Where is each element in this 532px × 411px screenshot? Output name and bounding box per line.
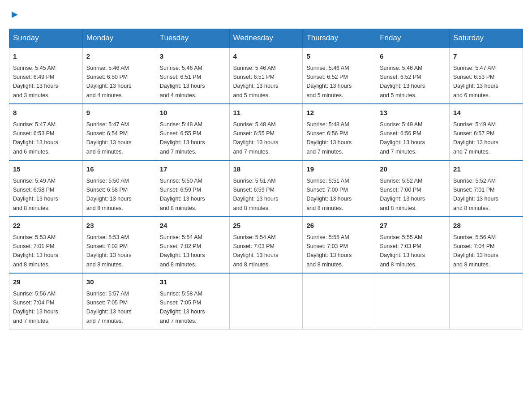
day-info: Sunrise: 5:50 AMSunset: 6:59 PMDaylight:… bbox=[160, 178, 205, 211]
calendar-cell: 27 Sunrise: 5:55 AMSunset: 7:03 PMDaylig… bbox=[376, 217, 450, 273]
calendar-cell: 7 Sunrise: 5:47 AMSunset: 6:53 PMDayligh… bbox=[450, 47, 523, 104]
calendar-cell: 24 Sunrise: 5:54 AMSunset: 7:02 PMDaylig… bbox=[156, 217, 229, 273]
day-number: 4 bbox=[233, 51, 299, 62]
week-row-3: 15 Sunrise: 5:49 AMSunset: 6:58 PMDaylig… bbox=[9, 160, 523, 217]
calendar-cell: 10 Sunrise: 5:48 AMSunset: 6:55 PMDaylig… bbox=[156, 104, 229, 160]
day-number: 15 bbox=[13, 164, 79, 175]
day-number: 29 bbox=[13, 277, 79, 287]
day-number: 10 bbox=[160, 108, 226, 118]
day-info: Sunrise: 5:53 AMSunset: 7:02 PMDaylight:… bbox=[86, 234, 132, 268]
day-number: 31 bbox=[160, 277, 226, 287]
calendar-cell: 9 Sunrise: 5:47 AMSunset: 6:54 PMDayligh… bbox=[82, 104, 156, 160]
logo bbox=[9, 9, 20, 20]
calendar-cell: 3 Sunrise: 5:46 AMSunset: 6:51 PMDayligh… bbox=[156, 47, 229, 104]
day-info: Sunrise: 5:49 AMSunset: 6:57 PMDaylight:… bbox=[453, 121, 498, 155]
day-number: 28 bbox=[453, 221, 519, 231]
calendar-cell: 2 Sunrise: 5:46 AMSunset: 6:50 PMDayligh… bbox=[82, 47, 156, 104]
day-number: 27 bbox=[380, 221, 446, 231]
day-info: Sunrise: 5:53 AMSunset: 7:01 PMDaylight:… bbox=[13, 234, 58, 268]
day-info: Sunrise: 5:58 AMSunset: 7:05 PMDaylight:… bbox=[160, 291, 205, 324]
day-number: 18 bbox=[233, 164, 299, 175]
calendar-cell: 14 Sunrise: 5:49 AMSunset: 6:57 PMDaylig… bbox=[450, 104, 523, 160]
day-number: 16 bbox=[86, 164, 152, 175]
day-number: 21 bbox=[453, 164, 519, 175]
weekday-header-thursday: Thursday bbox=[303, 29, 376, 48]
day-number: 20 bbox=[380, 164, 446, 175]
calendar-cell: 30 Sunrise: 5:57 AMSunset: 7:05 PMDaylig… bbox=[82, 273, 156, 330]
day-number: 30 bbox=[86, 277, 152, 287]
day-number: 9 bbox=[86, 108, 152, 118]
day-info: Sunrise: 5:50 AMSunset: 6:58 PMDaylight:… bbox=[86, 178, 132, 211]
day-number: 22 bbox=[13, 221, 79, 231]
day-info: Sunrise: 5:45 AMSunset: 6:49 PMDaylight:… bbox=[13, 65, 58, 98]
week-row-4: 22 Sunrise: 5:53 AMSunset: 7:01 PMDaylig… bbox=[9, 217, 523, 273]
day-number: 25 bbox=[233, 221, 299, 231]
day-number: 3 bbox=[160, 51, 226, 62]
weekday-header-wednesday: Wednesday bbox=[229, 29, 303, 48]
day-number: 12 bbox=[306, 108, 372, 118]
week-row-2: 8 Sunrise: 5:47 AMSunset: 6:53 PMDayligh… bbox=[9, 104, 523, 160]
day-info: Sunrise: 5:51 AMSunset: 7:00 PMDaylight:… bbox=[306, 178, 352, 211]
day-info: Sunrise: 5:47 AMSunset: 6:53 PMDaylight:… bbox=[13, 121, 58, 155]
calendar-cell: 1 Sunrise: 5:45 AMSunset: 6:49 PMDayligh… bbox=[9, 47, 83, 104]
calendar-cell: 6 Sunrise: 5:46 AMSunset: 6:52 PMDayligh… bbox=[376, 47, 450, 104]
calendar-cell: 19 Sunrise: 5:51 AMSunset: 7:00 PMDaylig… bbox=[303, 160, 376, 217]
day-info: Sunrise: 5:49 AMSunset: 6:56 PMDaylight:… bbox=[380, 121, 425, 155]
day-info: Sunrise: 5:57 AMSunset: 7:05 PMDaylight:… bbox=[86, 291, 132, 324]
day-number: 17 bbox=[160, 164, 226, 175]
calendar-cell bbox=[303, 273, 376, 330]
week-row-1: 1 Sunrise: 5:45 AMSunset: 6:49 PMDayligh… bbox=[9, 47, 523, 104]
calendar-cell: 21 Sunrise: 5:52 AMSunset: 7:01 PMDaylig… bbox=[450, 160, 523, 217]
day-info: Sunrise: 5:49 AMSunset: 6:58 PMDaylight:… bbox=[13, 178, 58, 211]
day-info: Sunrise: 5:55 AMSunset: 7:03 PMDaylight:… bbox=[380, 234, 425, 268]
calendar-cell: 26 Sunrise: 5:55 AMSunset: 7:03 PMDaylig… bbox=[303, 217, 376, 273]
week-row-5: 29 Sunrise: 5:56 AMSunset: 7:04 PMDaylig… bbox=[9, 273, 523, 330]
day-info: Sunrise: 5:48 AMSunset: 6:56 PMDaylight:… bbox=[306, 121, 352, 155]
day-number: 26 bbox=[306, 221, 372, 231]
day-number: 6 bbox=[380, 51, 446, 62]
calendar-cell bbox=[229, 273, 303, 330]
day-info: Sunrise: 5:55 AMSunset: 7:03 PMDaylight:… bbox=[306, 234, 352, 268]
day-number: 7 bbox=[453, 51, 519, 62]
day-number: 2 bbox=[86, 51, 152, 62]
calendar-table: SundayMondayTuesdayWednesdayThursdayFrid… bbox=[9, 29, 523, 330]
day-number: 13 bbox=[380, 108, 446, 118]
day-number: 1 bbox=[13, 51, 79, 62]
day-number: 14 bbox=[453, 108, 519, 118]
day-info: Sunrise: 5:56 AMSunset: 7:04 PMDaylight:… bbox=[13, 291, 58, 324]
day-info: Sunrise: 5:54 AMSunset: 7:03 PMDaylight:… bbox=[233, 234, 279, 268]
calendar-cell: 29 Sunrise: 5:56 AMSunset: 7:04 PMDaylig… bbox=[9, 273, 83, 330]
weekday-header-tuesday: Tuesday bbox=[156, 29, 229, 48]
day-number: 8 bbox=[13, 108, 79, 118]
calendar-cell: 25 Sunrise: 5:54 AMSunset: 7:03 PMDaylig… bbox=[229, 217, 303, 273]
day-number: 11 bbox=[233, 108, 299, 118]
day-info: Sunrise: 5:51 AMSunset: 6:59 PMDaylight:… bbox=[233, 178, 279, 211]
day-info: Sunrise: 5:46 AMSunset: 6:51 PMDaylight:… bbox=[233, 65, 279, 98]
day-info: Sunrise: 5:47 AMSunset: 6:53 PMDaylight:… bbox=[453, 65, 498, 98]
day-info: Sunrise: 5:54 AMSunset: 7:02 PMDaylight:… bbox=[160, 234, 205, 268]
page-header bbox=[9, 9, 523, 20]
day-number: 19 bbox=[306, 164, 372, 175]
calendar-cell: 11 Sunrise: 5:48 AMSunset: 6:55 PMDaylig… bbox=[229, 104, 303, 160]
day-info: Sunrise: 5:46 AMSunset: 6:51 PMDaylight:… bbox=[160, 65, 205, 98]
logo-triangle-icon bbox=[10, 10, 20, 20]
calendar-cell: 17 Sunrise: 5:50 AMSunset: 6:59 PMDaylig… bbox=[156, 160, 229, 217]
weekday-header-monday: Monday bbox=[82, 29, 156, 48]
calendar-cell: 16 Sunrise: 5:50 AMSunset: 6:58 PMDaylig… bbox=[82, 160, 156, 217]
day-number: 23 bbox=[86, 221, 152, 231]
day-number: 5 bbox=[306, 51, 372, 62]
day-info: Sunrise: 5:47 AMSunset: 6:54 PMDaylight:… bbox=[86, 121, 132, 155]
day-info: Sunrise: 5:46 AMSunset: 6:52 PMDaylight:… bbox=[380, 65, 425, 98]
calendar-cell: 12 Sunrise: 5:48 AMSunset: 6:56 PMDaylig… bbox=[303, 104, 376, 160]
day-info: Sunrise: 5:56 AMSunset: 7:04 PMDaylight:… bbox=[453, 234, 498, 268]
weekday-header-row: SundayMondayTuesdayWednesdayThursdayFrid… bbox=[9, 29, 523, 48]
calendar-cell: 18 Sunrise: 5:51 AMSunset: 6:59 PMDaylig… bbox=[229, 160, 303, 217]
calendar-cell bbox=[450, 273, 523, 330]
day-number: 24 bbox=[160, 221, 226, 231]
calendar-cell: 20 Sunrise: 5:52 AMSunset: 7:00 PMDaylig… bbox=[376, 160, 450, 217]
day-info: Sunrise: 5:48 AMSunset: 6:55 PMDaylight:… bbox=[233, 121, 279, 155]
calendar-cell: 8 Sunrise: 5:47 AMSunset: 6:53 PMDayligh… bbox=[9, 104, 83, 160]
calendar-cell: 13 Sunrise: 5:49 AMSunset: 6:56 PMDaylig… bbox=[376, 104, 450, 160]
calendar-cell: 28 Sunrise: 5:56 AMSunset: 7:04 PMDaylig… bbox=[450, 217, 523, 273]
calendar-cell: 22 Sunrise: 5:53 AMSunset: 7:01 PMDaylig… bbox=[9, 217, 83, 273]
